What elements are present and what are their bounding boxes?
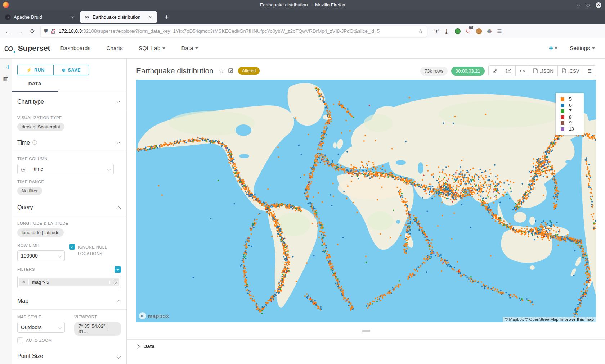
row-limit-select[interactable]: 100000 (17, 250, 65, 261)
viz-type-value[interactable]: deck.gl Scatterplot (17, 123, 64, 131)
embed-code-button[interactable]: <> (516, 66, 529, 76)
time-column-label: TIME COLUMN (17, 156, 121, 161)
legend-label: 6 (569, 103, 572, 108)
legend-item[interactable]: 10 (561, 126, 584, 132)
section-query[interactable]: Query (17, 195, 121, 216)
favorite-star-icon[interactable]: ☆ (219, 67, 224, 75)
ublock-icon[interactable]: ⛉2 (466, 28, 471, 34)
ignore-null-checkbox[interactable]: ✓ (69, 244, 75, 250)
dataset-grid-icon[interactable]: ▦ (3, 75, 8, 82)
chevron-up-icon (116, 206, 121, 211)
chevron-right-icon (135, 344, 139, 348)
menu-hamburger-icon[interactable]: ☰ (497, 28, 502, 34)
legend-label: 8 (569, 115, 572, 120)
tracking-shield-icon[interactable]: ⛊ (44, 28, 48, 34)
save-button[interactable]: ⊕SAVE (53, 65, 90, 75)
data-panel-toggle[interactable]: Data (136, 343, 154, 349)
tab-apache-druid[interactable]: ◖ Apache Druid × (1, 11, 79, 23)
settings-menu[interactable]: Settings (570, 45, 595, 51)
nav-data[interactable]: Data (181, 45, 198, 51)
druid-favicon: ◖ (5, 14, 11, 20)
nav-charts[interactable]: Charts (106, 45, 123, 51)
row-count-badge: 73k rows (420, 67, 448, 76)
chevron-down-icon (107, 167, 111, 171)
export-csv-button[interactable]: x .CSV (558, 66, 583, 76)
auto-zoom-checkbox[interactable] (17, 337, 23, 343)
mapbox-logo[interactable]: m mapbox (139, 312, 169, 319)
lightning-icon: ⚡ (26, 67, 32, 73)
add-new-button[interactable]: + (549, 44, 557, 53)
more-options-button[interactable]: ☰ (583, 66, 596, 76)
chevron-up-icon (116, 300, 121, 304)
pocket-shield-icon[interactable]: ⛨ (435, 28, 439, 34)
browser-urlbar: ← → ⟳ ⛊ 172.18.0.3:32108/superset/explor… (0, 24, 605, 38)
forward-button[interactable]: → (18, 28, 23, 34)
legend-label: 7 (569, 109, 572, 114)
export-json-button[interactable]: .JSON (529, 66, 558, 76)
superset-brand[interactable]: ∞. Superset (4, 43, 50, 54)
browser-tabbar: ◖ Apache Druid × ∞ Earthquake distributi… (0, 10, 605, 24)
panel-resize-handle[interactable] (136, 327, 596, 337)
tab-close-icon[interactable]: × (148, 14, 153, 21)
cookie-extension-icon[interactable] (476, 28, 482, 34)
info-icon: ⓘ (32, 140, 37, 146)
copy-link-button[interactable] (489, 66, 502, 76)
legend-swatch-icon (561, 121, 564, 125)
tab-earthquake-distribution[interactable]: ∞ Earthquake distribution × (80, 11, 157, 23)
chevron-down-icon (58, 326, 62, 329)
chevron-right-icon[interactable] (109, 281, 119, 284)
legend-item[interactable]: 5 (561, 96, 584, 103)
window-close-icon[interactable]: ✕ (596, 2, 601, 8)
filter-chip[interactable]: ✕ mag > 5 (19, 278, 119, 286)
tab-data[interactable]: DATA (12, 81, 58, 92)
expand-datasource-icon[interactable]: →| (3, 64, 9, 69)
email-button[interactable] (502, 66, 516, 76)
section-point-size[interactable]: Point Size (17, 343, 121, 364)
file-json-icon (533, 68, 538, 73)
map-attribution[interactable]: © Mapbox © OpenStreetMap Improve this ma… (503, 317, 596, 322)
improve-map-link[interactable]: Improve this map (560, 317, 594, 322)
superset-favicon: ∞ (84, 14, 90, 20)
window-minimize-icon[interactable]: ⌄ (577, 3, 581, 7)
run-button[interactable]: ⚡RUN (17, 65, 53, 75)
reload-button[interactable]: ⟳ (30, 28, 35, 35)
remove-filter-icon[interactable]: ✕ (19, 279, 29, 285)
new-tab-button[interactable]: + (162, 13, 171, 21)
legend-item[interactable]: 8 (561, 114, 584, 120)
edit-properties-icon[interactable] (228, 68, 234, 74)
url-text[interactable]: 172.18.0.3:32108/superset/explore/?form_… (59, 28, 415, 34)
add-filter-button[interactable]: + (115, 266, 121, 273)
downloads-icon[interactable]: ⭳ (444, 28, 449, 34)
lonlat-value[interactable]: longitude | latitude (17, 228, 64, 237)
window-maximize-icon[interactable]: ◇ (586, 3, 590, 7)
section-chart-type[interactable]: Chart type (17, 92, 121, 110)
legend-item[interactable]: 9 (561, 120, 584, 126)
back-button[interactable]: ← (5, 28, 10, 34)
legend-item[interactable]: 6 (561, 103, 584, 109)
container-extension-icon[interactable]: ✳ (487, 28, 492, 34)
insecure-lock-icon[interactable] (51, 29, 55, 34)
chevron-down-icon (58, 254, 62, 258)
magnitude-legend: 5678910 (556, 93, 584, 135)
bookmark-star-icon[interactable]: ☆ (418, 28, 423, 35)
tab-close-icon[interactable]: × (70, 14, 75, 21)
nav-dashboards[interactable]: Dashboards (60, 45, 91, 51)
earthquake-points-layer[interactable] (136, 80, 596, 322)
ublock-badge: 2 (469, 26, 473, 29)
nav-sql-lab[interactable]: SQL Lab (139, 45, 166, 51)
chart-panel: Earthquake distribution ☆ Altered 73k ro… (127, 59, 605, 364)
time-column-select[interactable]: ◷ __time (17, 164, 114, 174)
legend-item[interactable]: 7 (561, 108, 584, 114)
viewport-value[interactable]: 7° 35' 54.02" | 31... (74, 322, 121, 336)
time-range-value[interactable]: No filter (17, 187, 42, 195)
privacy-extension-icon[interactable] (455, 28, 461, 34)
window-titlebar: Earthquake distribution — Mozilla Firefo… (0, 0, 605, 10)
map-style-select[interactable]: Outdoors (17, 322, 65, 333)
chevron-down-icon (116, 354, 121, 359)
section-map[interactable]: Map (17, 288, 121, 309)
deckgl-scatter-map[interactable]: 5678910 m mapbox © Mapbox © OpenStreetMa… (136, 80, 596, 322)
section-time[interactable]: Timeⓘ (17, 131, 121, 151)
filter-container: ✕ mag > 5 (17, 276, 121, 288)
row-limit-label: ROW LIMIT (17, 243, 68, 247)
url-field[interactable]: ⛊ 172.18.0.3:32108/superset/explore/?for… (41, 26, 427, 37)
